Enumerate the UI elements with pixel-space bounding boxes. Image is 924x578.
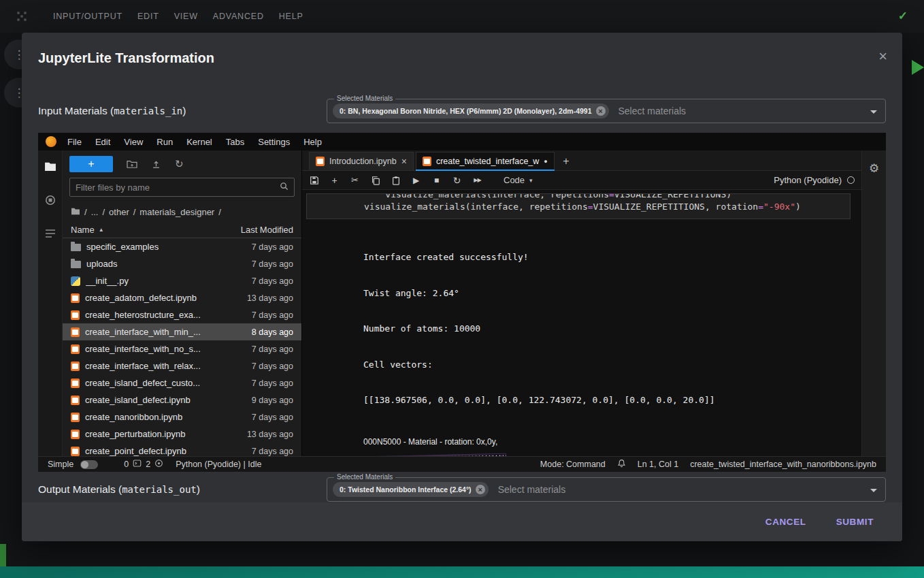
cell-type-dropdown[interactable]: Code ▾ (504, 175, 533, 185)
jmenu-kernel[interactable]: Kernel (180, 137, 219, 147)
menu-item-view[interactable]: VIEW (167, 12, 205, 21)
table-of-contents-icon[interactable] (45, 229, 56, 238)
file-row[interactable]: create_heterostructure_exa...7 days ago (63, 306, 301, 323)
refresh-icon[interactable]: ↻ (175, 158, 184, 170)
notebook-dock: Introduction.ipynb × create_twisted_inte… (302, 150, 861, 456)
file-name: create_island_defect_custo... (85, 378, 246, 388)
chevron-down-icon: ▾ (529, 177, 533, 184)
crumb-separator: / (133, 207, 136, 217)
new-folder-icon[interactable] (127, 159, 137, 169)
file-row[interactable]: create_adatom_defect.ipynb13 days ago (63, 289, 301, 306)
jmenu-file[interactable]: File (61, 137, 88, 147)
python-file-icon (71, 276, 80, 286)
file-row[interactable]: create_island_defect.ipynb9 days ago (63, 391, 301, 408)
unsaved-dot-icon[interactable]: ● (544, 158, 547, 165)
run-cell-icon[interactable]: ▶ (411, 176, 421, 185)
material-chip[interactable]: 0: BN, Hexagonal Boron Nitride, HEX (P6/… (333, 103, 609, 118)
file-row[interactable]: __init__.py7 days ago (63, 272, 301, 289)
file-name: create_island_defect.ipynb (85, 395, 246, 405)
output-materials-select[interactable]: Selected Materials 0: Twisted Nanoribbon… (327, 477, 886, 502)
file-name: create_interface_with_no_s... (85, 344, 246, 354)
tab-close-icon[interactable]: × (401, 157, 407, 166)
output-line: [[138.967506, 0.0, 0.0], [0.0, 122.74307… (363, 394, 851, 406)
search-icon (280, 182, 288, 193)
kernel-selector[interactable]: Python (Pyodide) (774, 175, 855, 185)
restart-kernel-icon[interactable]: ↻ (452, 175, 462, 186)
file-row[interactable]: create_point_defect.ipynb7 days ago (63, 443, 301, 456)
input-materials-select[interactable]: Selected Materials 0: BN, Hexagonal Boro… (327, 99, 886, 123)
running-sessions-icon[interactable] (45, 195, 56, 206)
sort-ascending-icon: ▲ (99, 227, 104, 233)
jmenu-edit[interactable]: Edit (88, 137, 117, 147)
breadcrumb-materials-designer[interactable]: materials_designer (139, 207, 214, 217)
menu-item-input-output[interactable]: INPUT/OUTPUT (46, 12, 130, 21)
home-folder-icon[interactable] (71, 207, 80, 217)
file-row[interactable]: specific_examples7 days ago (63, 238, 301, 255)
upload-icon[interactable] (151, 159, 161, 169)
menu-item-advanced[interactable]: ADVANCED (205, 12, 271, 21)
file-name: __init__.py (86, 276, 246, 286)
breadcrumb-ellipsis[interactable]: ... (91, 207, 99, 217)
file-row-selected[interactable]: create_interface_with_min_...8 days ago (63, 323, 301, 340)
filter-files-input[interactable] (76, 182, 280, 193)
save-icon[interactable] (309, 176, 319, 185)
file-modified: 8 days ago (252, 327, 293, 337)
green-arrow-icon[interactable] (912, 60, 924, 75)
file-row[interactable]: create_perturbation.ipynb13 days ago (63, 426, 301, 443)
bell-icon[interactable] (617, 459, 626, 470)
column-last-modified[interactable]: Last Modified (241, 225, 293, 235)
cursor-position[interactable]: Ln 1, Col 1 (638, 460, 678, 469)
menu-item-edit[interactable]: EDIT (130, 12, 167, 21)
stop-kernel-icon[interactable]: ■ (431, 176, 442, 185)
right-sidebar-strip: ⚙ (861, 150, 886, 456)
cancel-button[interactable]: CANCEL (765, 517, 806, 527)
tab-bar: Introduction.ipynb × create_twisted_inte… (302, 150, 861, 171)
label-text: Input Materials ( (38, 105, 114, 116)
breadcrumb-other[interactable]: other (109, 207, 129, 217)
file-browser-tab-icon[interactable] (44, 161, 56, 172)
file-row[interactable]: uploads7 days ago (63, 255, 301, 272)
jupyter-logo-icon (46, 136, 56, 147)
file-name: uploads (86, 259, 246, 269)
top-menu: INPUT/OUTPUT EDIT VIEW ADVANCED HELP (46, 12, 311, 21)
code-cell[interactable]: visualize_materials(interface, repetitio… (306, 193, 851, 219)
column-name[interactable]: Name ▲ (71, 225, 241, 235)
restart-run-all-icon[interactable]: ▶▶ (472, 177, 482, 183)
menu-item-help[interactable]: HELP (271, 12, 311, 21)
copy-cell-icon[interactable] (370, 176, 380, 185)
settings-gear-icon[interactable]: ⚙ (869, 161, 879, 176)
tab-create-twisted-interface[interactable]: create_twisted_interface_w ● (416, 152, 555, 170)
kernel-status-text[interactable]: Python (Pyodide) | Idle (176, 460, 261, 469)
jmenu-view[interactable]: View (117, 137, 150, 147)
plus-icon: + (563, 155, 569, 167)
tab-introduction[interactable]: Introduction.ipynb × (309, 152, 414, 170)
file-row[interactable]: create_interface_with_relax...7 days ago (63, 357, 301, 374)
check-icon[interactable]: ✓ (898, 9, 908, 23)
simple-mode-toggle[interactable] (80, 460, 98, 469)
close-icon[interactable]: × (878, 49, 887, 64)
file-row[interactable]: create_nanoribbon.ipynb7 days ago (63, 408, 301, 426)
chip-remove-icon[interactable]: × (596, 106, 606, 116)
jmenu-tabs[interactable]: Tabs (219, 137, 251, 147)
visualization-caption: 000N5000 - Material - rotation: 0x,0y, (306, 437, 851, 447)
session-counts[interactable]: 0 2 (124, 459, 163, 470)
crumb-separator: / (218, 207, 221, 217)
cut-cell-icon[interactable]: ✂ (350, 175, 360, 185)
material-chip[interactable]: 0: Twisted Nanoribbon Interface (2.64°) … (333, 482, 489, 497)
file-row[interactable]: create_interface_with_no_s...7 days ago (63, 340, 301, 357)
input-materials-row: Input Materials (materials_in) Selected … (38, 98, 886, 124)
field-label: Selected Materials (334, 473, 395, 481)
file-name: create_adatom_defect.ipynb (85, 293, 242, 303)
jupyter-main-area: + ↻ / ... / other / (38, 150, 886, 456)
file-row[interactable]: create_island_defect_custo...7 days ago (63, 374, 301, 391)
submit-button[interactable]: SUBMIT (836, 517, 874, 527)
insert-cell-icon[interactable]: + (329, 175, 340, 186)
chip-remove-icon[interactable]: × (476, 485, 485, 494)
new-tab-button[interactable]: + (557, 152, 576, 170)
jmenu-settings[interactable]: Settings (251, 137, 297, 147)
jmenu-run[interactable]: Run (150, 137, 180, 147)
jmenu-help[interactable]: Help (297, 137, 329, 147)
new-launcher-button[interactable]: + (69, 156, 113, 172)
paste-cell-icon[interactable] (391, 176, 401, 185)
filter-files-box (69, 178, 295, 197)
